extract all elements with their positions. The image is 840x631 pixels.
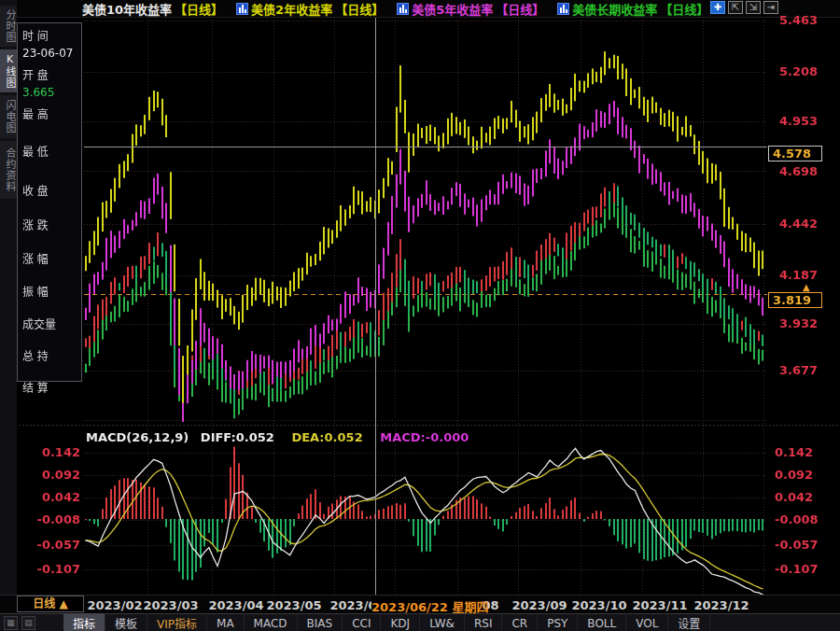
field-change-label: 涨 跌 [22, 217, 49, 232]
y-tick: 4.698 [779, 164, 818, 178]
period-selector-button[interactable]: 日线 ▲ [17, 596, 84, 612]
date-label: 2023/03 [143, 598, 198, 612]
tab-lightning-chart[interactable]: 闪电图 [0, 95, 17, 138]
tab-vol[interactable]: VOL [626, 615, 668, 631]
trading-app-window: 美债10年收益率【日线】 美债2年收益率【日线】 美债5年收益率【日线】 美债长… [0, 0, 840, 631]
field-open-interest-label: 总 持 [22, 347, 49, 363]
series-title-10y[interactable]: 美债10年收益率【日线】 [82, 0, 223, 18]
tab-vip-indicator[interactable]: VIP指标 [147, 613, 207, 631]
macd-tick: -0.107 [36, 562, 80, 576]
macd-tick: 0.042 [775, 490, 813, 504]
tab-lw[interactable]: LW& [420, 615, 465, 631]
y-tick: 4.442 [779, 217, 818, 231]
zoom-out-axis-icon[interactable]: ⇲ [746, 1, 761, 14]
tab-ma[interactable]: MA [207, 615, 245, 631]
series-title-10y-label: 美债10年收益率 [82, 0, 172, 18]
tab-bias[interactable]: BIAS [298, 615, 343, 631]
chart-tool-icons: ✚ ⇱ ⇲ ⇥ [710, 1, 778, 14]
price-up-arrow-icon: ▲ [803, 282, 810, 292]
indicator-toolbar: ▦ ▤ 指标 模板 VIP指标 MA MACD BIAS CCI KDJ LW&… [0, 613, 840, 631]
quote-info-panel: 时 间 23-06-07 开 盘 3.665 最 高 最 低 收 盘 涨 跌 涨… [17, 22, 82, 382]
field-open-label: 开 盘 [22, 66, 49, 82]
grid-layout-icon[interactable]: ▦ [4, 616, 18, 630]
series-title-list: 美债10年收益率【日线】 美债2年收益率【日线】 美债5年收益率【日线】 美债长… [82, 0, 716, 18]
field-amplitude-label: 振 幅 [22, 283, 49, 299]
date-axis: 2023/02 2023/03 2023/04 2023/05 2023/06 … [0, 595, 840, 614]
macd-macd-value: MACD:-0.000 [380, 430, 469, 444]
y-tick: 4.187 [779, 268, 818, 282]
tab-indicator[interactable]: 指标 [63, 613, 105, 631]
tab-kline-chart[interactable]: K线图 [0, 49, 17, 92]
tab-time-chart[interactable]: 分时图 [0, 6, 17, 47]
tab-rsi[interactable]: RSI [465, 615, 503, 631]
macd-tick: -0.008 [36, 512, 80, 526]
series-title-2y-period: 【日线】 [335, 0, 384, 18]
series-title-5y-period: 【日线】 [496, 0, 544, 18]
tab-psy[interactable]: PSY [538, 615, 578, 631]
crosshair-price-readout: 4.578 [768, 146, 822, 161]
date-label: 2023/09 [511, 598, 567, 612]
list-layout-icon[interactable]: ▤ [21, 616, 35, 630]
top-bar: 美债10年收益率【日线】 美债2年收益率【日线】 美债5年收益率【日线】 美债长… [0, 0, 840, 18]
tab-cr[interactable]: CR [502, 615, 538, 631]
pan-right-icon[interactable]: ⇥ [763, 1, 778, 14]
date-label: 2023/05 [266, 598, 321, 612]
tab-template[interactable]: 模板 [105, 613, 147, 631]
macd-header: MACD(26,12,9) DIFF:0.052 DEA:0.052 MACD:… [86, 430, 469, 444]
last-price-readout: 3.819 [768, 292, 822, 308]
series-title-5y-label: 美债5年收益率 [412, 0, 493, 18]
series-title-long-period: 【日线】 [660, 0, 708, 18]
series-title-2y-label: 美债2年收益率 [251, 0, 332, 18]
field-time-label: 时 间 [22, 27, 49, 43]
tab-settings[interactable]: 设置 [668, 613, 710, 631]
macd-tick: 0.092 [775, 468, 813, 482]
tab-cci[interactable]: CCI [343, 615, 381, 631]
date-label: 2023/10 [571, 598, 626, 612]
field-high-label: 最 高 [22, 105, 49, 121]
tab-kdj[interactable]: KDJ [381, 615, 420, 631]
macd-diff-value: DIFF:0.052 [201, 430, 274, 444]
field-change-pct-label: 涨 幅 [22, 250, 49, 266]
tab-boll[interactable]: BOLL [578, 615, 626, 631]
date-label: 2023/11 [632, 598, 687, 612]
date-label: 2023/04 [208, 598, 263, 612]
y-tick: 5.463 [779, 13, 818, 27]
field-close-label: 收 盘 [22, 182, 49, 198]
macd-tick: -0.107 [775, 562, 819, 576]
field-open-value: 3.665 [22, 86, 54, 99]
date-label: 2023/12 [693, 598, 749, 612]
zoom-in-axis-icon[interactable]: ⇱ [728, 1, 743, 14]
macd-tick: 0.142 [775, 445, 813, 459]
crosshair-icon[interactable]: ✚ [710, 1, 725, 14]
crosshair-date-readout: 2023/06/22 星期四 [371, 597, 482, 612]
macd-dea-value: DEA:0.052 [291, 430, 362, 444]
y-tick: 4.953 [779, 114, 818, 128]
y-tick: 5.208 [779, 64, 818, 78]
mini-chart-icon [397, 3, 409, 15]
macd-tick: -0.057 [775, 538, 819, 552]
macd-tick: -0.057 [36, 538, 80, 552]
macd-tick: -0.008 [775, 512, 819, 526]
mini-chart-icon [557, 3, 569, 15]
series-title-2y[interactable]: 美债2年收益率【日线】 [236, 0, 384, 18]
macd-tick: 0.142 [42, 445, 80, 459]
series-title-10y-period: 【日线】 [175, 0, 223, 18]
field-time-value: 23-06-07 [22, 47, 73, 60]
field-volume-label: 成交量 [22, 316, 56, 331]
y-tick: 3.677 [779, 363, 818, 377]
series-title-5y[interactable]: 美债5年收益率【日线】 [397, 0, 544, 18]
macd-tick: 0.042 [42, 490, 80, 504]
left-tab-strip: 分时图 K线图 闪电图 合约资料 [0, 0, 17, 613]
mini-chart-icon [236, 3, 248, 15]
macd-title[interactable]: MACD(26,12,9) [86, 430, 189, 444]
price-macd-chart-canvas[interactable] [0, 0, 840, 631]
date-label: 2023/02 [87, 598, 142, 612]
field-settlement-label: 结 算 [22, 379, 49, 395]
y-tick: 3.932 [779, 316, 818, 330]
macd-tick: 0.092 [42, 468, 80, 482]
tab-macd[interactable]: MACD [245, 615, 298, 631]
series-title-long[interactable]: 美债长期收益率【日线】 [557, 0, 708, 18]
series-title-long-label: 美债长期收益率 [572, 0, 657, 18]
field-low-label: 最 低 [22, 143, 49, 159]
tab-contract-info[interactable]: 合约资料 [0, 141, 17, 199]
